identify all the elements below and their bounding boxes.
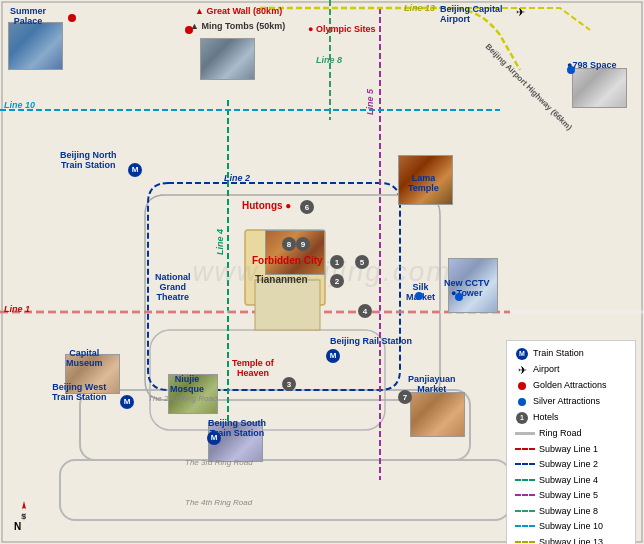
legend-silver-label: Silver Attractions bbox=[533, 395, 600, 409]
beijing-north-label: Beijing NorthTrain Station bbox=[60, 150, 117, 170]
legend-silver: Silver Attractions bbox=[515, 395, 627, 409]
legend-line4: Subway Line 4 bbox=[515, 474, 627, 488]
hutongs-label: Hutongs ● bbox=[242, 200, 291, 211]
space798-dot bbox=[567, 66, 575, 74]
capital-museum-label: CapitalMuseum bbox=[66, 348, 103, 368]
airport-label: Beijing CapitalAirport bbox=[440, 4, 503, 24]
great-wall-photo bbox=[200, 38, 255, 80]
line5-label: Line 5 bbox=[365, 89, 375, 115]
cctv-label: New CCTV●Tower bbox=[444, 278, 490, 298]
legend-line5: Subway Line 5 bbox=[515, 489, 627, 503]
lama-temple-label: LamaTemple bbox=[408, 173, 439, 193]
ring2-label: The 2nd Ring Road bbox=[148, 394, 217, 403]
line13-label: Line 13 bbox=[404, 3, 435, 13]
cctv-dot bbox=[455, 293, 463, 301]
beijing-west-label: Beijing WestTrain Station bbox=[52, 382, 107, 402]
niujie-label: NiujieMosque bbox=[170, 374, 204, 394]
line2-label: Line 2 bbox=[224, 173, 250, 183]
legend-golden: Golden Attractions bbox=[515, 379, 627, 393]
grand-theatre-label: NationalGrandTheatre bbox=[155, 272, 191, 302]
legend-line4-label: Subway Line 4 bbox=[539, 474, 598, 488]
beijing-north-train-icon: M bbox=[128, 158, 142, 177]
map-container: www.eBeijing.com SummerPalace ▲ Great Wa… bbox=[0, 0, 644, 544]
summer-palace-photo bbox=[8, 22, 63, 70]
summer-palace-label: SummerPalace bbox=[10, 6, 46, 26]
legend-line2-label: Subway Line 2 bbox=[539, 458, 598, 472]
legend-line13: Subway Line 13 bbox=[515, 536, 627, 545]
great-wall-label: ▲ Great Wall (80km) bbox=[195, 6, 282, 16]
legend-airport: ✈ Airport bbox=[515, 363, 627, 377]
legend-train-label: Train Station bbox=[533, 347, 584, 361]
ming-tombs-label: ▲ Ming Tombs (50km) bbox=[190, 21, 285, 31]
legend: M Train Station ✈ Airport Golden Attract… bbox=[506, 340, 636, 544]
legend-line8-label: Subway Line 8 bbox=[539, 505, 598, 519]
silk-market-dot bbox=[415, 292, 423, 300]
line10-label: Line 10 bbox=[4, 100, 35, 110]
ring4-label: The 4th Ring Road bbox=[185, 498, 252, 507]
forbidden-city-photo bbox=[265, 230, 325, 275]
ming-tombs-dot bbox=[185, 26, 193, 34]
legend-ring-label: Ring Road bbox=[539, 427, 582, 441]
beijing-rail-train-icon: M bbox=[326, 344, 340, 363]
compass: S N bbox=[12, 499, 36, 532]
legend-ring: Ring Road bbox=[515, 427, 627, 441]
legend-train: M Train Station bbox=[515, 347, 627, 361]
panjiayuan-label: PanjiayuanMarket bbox=[408, 374, 456, 394]
line8-label: Line 8 bbox=[316, 55, 342, 65]
line1-label: Line 1 bbox=[4, 304, 30, 314]
legend-hotels-label: Hotels bbox=[533, 411, 559, 425]
legend-line5-label: Subway Line 5 bbox=[539, 489, 598, 503]
summer-palace-dot bbox=[68, 14, 76, 22]
tiananmen-label: Tiananmen bbox=[255, 274, 308, 285]
legend-line2: Subway Line 2 bbox=[515, 458, 627, 472]
ring3-label: The 3rd Ring Road bbox=[185, 458, 253, 467]
panjiayuan-photo bbox=[410, 392, 465, 437]
beijing-west-train-icon: M bbox=[120, 390, 134, 409]
forbidden-city-label: Forbidden City bbox=[252, 255, 323, 266]
legend-line8: Subway Line 8 bbox=[515, 505, 627, 519]
beijing-south-train-icon: M bbox=[207, 426, 221, 445]
temple-heaven-label: Temple ofHeaven bbox=[232, 358, 274, 378]
legend-line13-label: Subway Line 13 bbox=[539, 536, 603, 545]
olympic-sites-label: ● Olympic Sites bbox=[308, 24, 375, 34]
beijing-rail-label: Beijing Rail Station bbox=[330, 336, 412, 346]
legend-line10-label: Subway Line 10 bbox=[539, 520, 603, 534]
legend-hotels: 1 Hotels bbox=[515, 411, 627, 425]
legend-line1: Subway Line 1 bbox=[515, 443, 627, 457]
svg-marker-12 bbox=[22, 501, 26, 509]
legend-airport-label: Airport bbox=[533, 363, 560, 377]
airport-icon: ✈ bbox=[516, 6, 525, 19]
legend-line1-label: Subway Line 1 bbox=[539, 443, 598, 457]
legend-golden-label: Golden Attractions bbox=[533, 379, 607, 393]
svg-text:S: S bbox=[21, 512, 27, 521]
line4-label: Line 4 bbox=[215, 229, 225, 255]
space798-photo bbox=[572, 68, 627, 108]
legend-line10: Subway Line 10 bbox=[515, 520, 627, 534]
